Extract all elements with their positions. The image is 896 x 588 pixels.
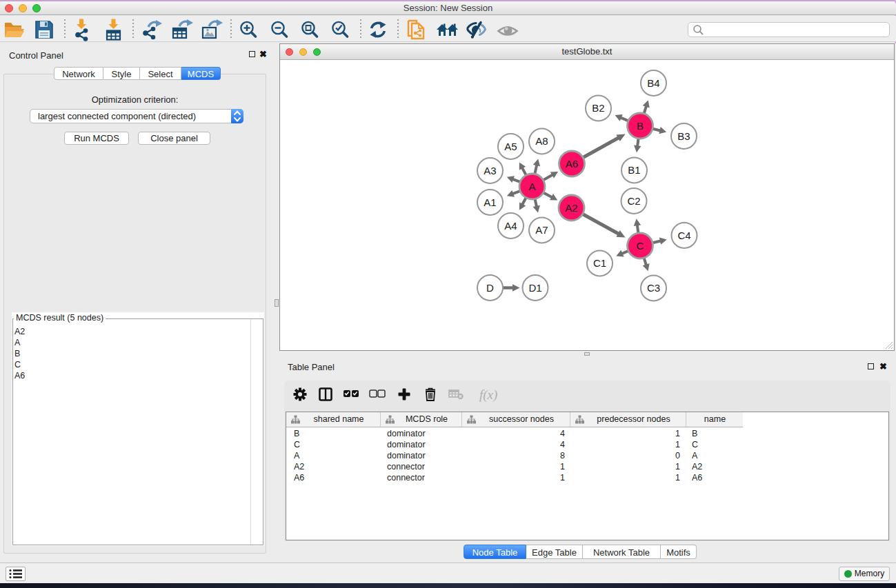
svg-text:B: B [637,120,644,132]
svg-text:f(x): f(x) [479,387,497,403]
svg-text:D: D [486,282,494,294]
svg-text:C: C [637,240,644,252]
svg-text:D1: D1 [528,282,541,294]
svg-text:B1: B1 [628,164,640,176]
svg-text:C3: C3 [647,282,660,294]
svg-text:C2: C2 [627,195,640,207]
svg-text:B3: B3 [677,130,690,142]
svg-text:C1: C1 [593,257,606,269]
svg-text:A1: A1 [484,196,496,208]
svg-text:A6: A6 [566,158,578,170]
svg-text:A2: A2 [565,202,577,214]
svg-text:A3: A3 [484,165,496,176]
svg-text:C4: C4 [677,230,690,241]
svg-text:A8: A8 [535,135,548,147]
svg-text:A5: A5 [504,141,517,152]
svg-text:B4: B4 [647,77,659,89]
svg-text:B2: B2 [592,102,604,114]
svg-text:A: A [528,181,535,192]
svg-text:A4: A4 [504,220,517,232]
svg-text:A7: A7 [535,224,548,236]
